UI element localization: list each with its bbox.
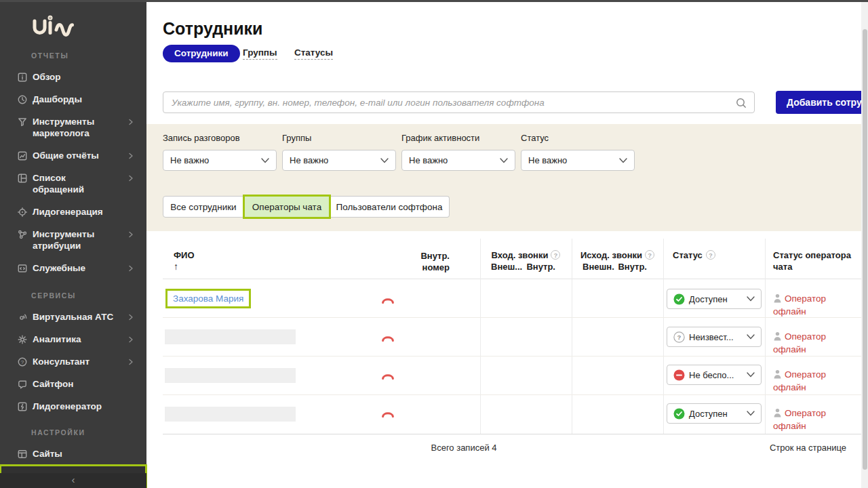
filter-select-value: Не важно [170,155,209,165]
help-icon[interactable]: ? [551,250,560,260]
row-divider [163,317,861,318]
browser-window-icon [17,449,28,460]
tab-statuses[interactable]: Статусы [294,47,333,60]
sidebar-item-virtual-pbx[interactable]: Виртуальная АТС [0,306,146,328]
sidebar-item-marketing-tools[interactable]: Инструменты маркетолога [0,110,146,144]
lightning-icon [17,401,28,412]
status-select[interactable]: Доступен [667,289,762,309]
grid-icon [17,173,28,184]
sidebar-item-sitephone[interactable]: Сайтфон [0,373,146,395]
uis-logo-icon [29,15,86,39]
chevron-down-icon [747,411,755,416]
search-input[interactable] [163,92,754,113]
hidden-name-placeholder [165,407,296,422]
sidebar-item-attribution-tools[interactable]: Инструменты атрибуции [0,223,146,257]
sidebar: ОТЧЕТЫ Обзор Дашборды Инструменты маркет… [0,0,146,488]
status-select-value: Доступен [689,409,728,419]
status-unknown-icon: ? [673,331,685,343]
tab-groups[interactable]: Группы [243,47,277,60]
status-available-icon [673,408,685,420]
segment-chat-operators[interactable]: Операторы чата [244,196,330,218]
phone-offline-icon [381,333,395,342]
clock-icon [17,94,28,105]
annotation-highlight: Захарова Мария [165,289,251,308]
sidebar-item-consultant[interactable]: ? Консультант [0,350,146,373]
phone-offline-icon [381,409,395,418]
table-header-border [163,279,861,279]
filter-label-status: Статус [521,133,549,143]
chat-operator-status: Оператор офлайн [773,330,844,356]
chevron-left-icon: ‹ [72,474,75,485]
filter-select-activity[interactable]: Не важно [401,150,515,171]
operator-offline-icon [773,293,782,303]
row-divider [163,394,861,395]
column-header-incoming-calls: Вход. звонки ? [480,250,572,260]
column-divider [765,239,766,434]
help-icon[interactable]: ? [706,250,715,260]
sidebar-item-label: Аналитика [33,333,81,345]
sidebar-item-label: Лидогенерация [33,206,103,218]
filter-select-value: Не важно [290,155,328,165]
operator-offline-icon [773,331,782,341]
sidebar-item-requests-list[interactable]: Список обращений [0,167,146,201]
status-select[interactable]: Доступен [667,403,762,424]
main-scrollbar[interactable] [861,2,868,488]
chevron-right-icon [126,312,136,322]
filter-select-value: Не важно [528,155,567,165]
sidebar-item-overview[interactable]: Обзор [0,66,146,88]
sidebar-section-services: СЕРВИСЫ [31,291,146,300]
sidebar-item-label: Виртуальная АТС [33,311,113,323]
tab-employees[interactable]: Сотрудники [163,45,240,62]
segment-all-employees[interactable]: Все сотрудники [163,196,244,218]
sidebar-item-dashboards[interactable]: Дашборды [0,88,146,110]
uis-logo[interactable] [29,15,146,42]
chevron-down-icon [500,158,508,163]
sidebar-item-label: Служебные [33,262,85,274]
filter-select-recording[interactable]: Не важно [163,150,277,171]
chevron-right-icon [126,264,136,273]
segment-softphone-users[interactable]: Пользователи софтфона [330,196,450,218]
sidebar-item-label: Консультант [33,356,90,367]
status-select-value: Доступен [689,294,728,304]
search-icon[interactable] [735,97,747,112]
help-icon[interactable]: ? [645,250,654,260]
sidebar-item-label: Лидогенератор [33,401,102,412]
main-content: Сотрудники Сотрудники Группы Статусы Доб… [146,0,861,488]
svg-text:?: ? [21,359,24,365]
status-available-icon [673,293,685,305]
column-subheader-outgoing: Внешн. Внутр. [572,262,663,272]
sidebar-item-service[interactable]: Служебные [0,257,146,279]
sidebar-collapse-button[interactable]: ‹ [0,473,146,488]
column-divider [572,239,572,434]
top-strip [0,0,868,2]
sidebar-item-leadgenerator[interactable]: Лидогенератор [0,395,146,418]
sidebar-item-leadgen[interactable]: Лидогенерация [0,201,146,223]
target-icon [17,207,28,218]
sidebar-item-analytics[interactable]: Аналитика [0,328,146,350]
sidebar-section-reports: ОТЧЕТЫ [31,52,146,60]
sidebar-item-sites[interactable]: Сайты [0,443,146,465]
status-select[interactable]: Не беспо... [667,365,762,385]
chevron-down-icon [747,296,755,302]
status-dnd-icon [673,369,685,381]
sidebar-item-label: Сайтфон [33,378,73,390]
add-employee-button[interactable]: Добавить сотрудника [776,91,861,114]
sidebar-item-label: Общие отчёты [33,150,99,161]
status-select[interactable]: ? Неизвест... [667,327,762,347]
sidebar-item-label: Инструменты маркетолога [33,116,115,139]
filter-label-groups: Группы [282,133,311,143]
sidebar-item-general-reports[interactable]: Общие отчёты [0,144,146,167]
filter-select-groups[interactable]: Не важно [282,150,396,171]
phone-offline-icon [381,296,395,304]
row-divider [163,356,861,357]
filter-select-status[interactable]: Не важно [521,150,635,171]
filter-select-value: Не важно [409,155,448,165]
search-box [163,92,755,113]
column-header-fio[interactable]: ФИО [174,250,195,260]
scrollbar-thumb[interactable] [863,29,867,470]
column-header-outgoing-calls: Исход. звонки ? [572,250,663,260]
filter-label-activity: График активности [401,133,479,143]
sort-ascending-icon[interactable]: ↑ [174,261,178,272]
network-icon [17,229,28,240]
employee-name-link[interactable]: Захарова Мария [173,293,243,304]
